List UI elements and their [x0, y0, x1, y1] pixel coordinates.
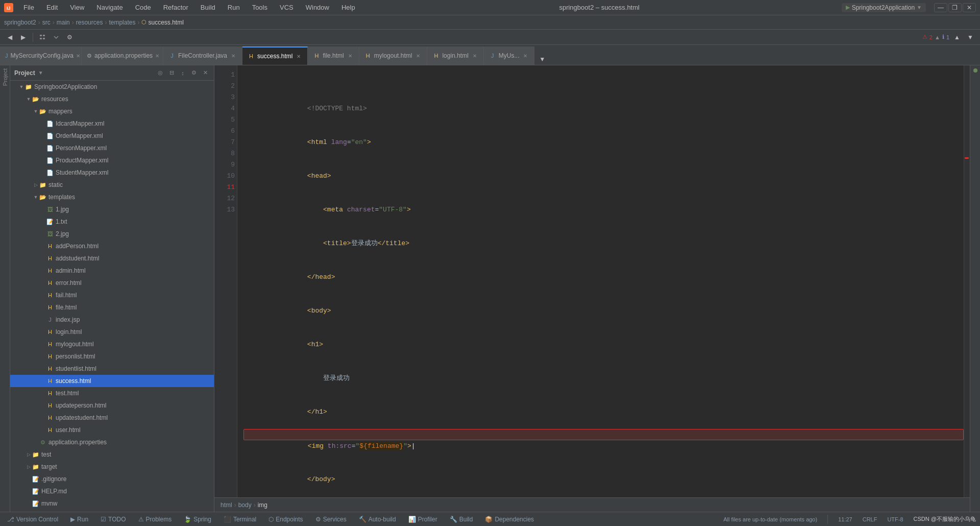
menu-run[interactable]: Run — [226, 3, 242, 12]
tab-myus[interactable]: J MyUs... ✕ — [484, 46, 535, 65]
menu-code[interactable]: Code — [133, 3, 153, 12]
tree-item-addstudent[interactable]: ▷ H addstudent.html — [10, 252, 214, 265]
menu-tools[interactable]: Tools — [250, 3, 270, 12]
tab-close-mysercurity[interactable]: ✕ — [76, 52, 80, 59]
tree-item-studentlist[interactable]: ▷ H studentlist.html — [10, 363, 214, 375]
bottom-bc-html[interactable]: html — [220, 501, 232, 509]
status-problems[interactable]: ⚠ Problems — [135, 515, 175, 524]
status-todo[interactable]: ☑ TODO — [97, 515, 129, 524]
tab-filecontroller[interactable]: J FileController.java ✕ — [163, 46, 242, 65]
status-dependencies[interactable]: 📦 Dependencies — [482, 515, 537, 524]
breadcrumb-project[interactable]: springboot2 — [4, 19, 36, 26]
tree-item-2jpg[interactable]: ▷ 🖼 2.jpg — [10, 228, 214, 240]
tab-close-filecontroller[interactable]: ✕ — [230, 52, 237, 59]
tabs-more-btn[interactable]: ▼ — [536, 54, 548, 65]
project-tool-btn[interactable]: Project — [1, 66, 9, 88]
menu-edit[interactable]: Edit — [44, 3, 60, 12]
toolbar-up-btn[interactable]: ▲ — [951, 32, 963, 43]
win-maximize-btn[interactable]: ❐ — [948, 3, 962, 12]
tab-mysercurity[interactable]: J MySercurityConfig.java ✕ — [0, 46, 82, 65]
tree-item-1txt[interactable]: ▷ 📝 1.txt — [10, 216, 214, 228]
menu-window[interactable]: Window — [304, 3, 331, 12]
tree-item-app-prop[interactable]: ▷ ⚙ application.properties — [10, 436, 214, 448]
menu-help[interactable]: Help — [339, 3, 357, 12]
tree-item-helpmd[interactable]: ▷ 📝 HELP.md — [10, 485, 214, 497]
status-encoding[interactable]: UTF-8 — [887, 516, 903, 522]
bottom-bc-body[interactable]: body — [238, 501, 252, 509]
menu-refactor[interactable]: Refactor — [161, 3, 190, 12]
tree-item-product[interactable]: ▷ 📄 ProductMapper.xml — [10, 154, 214, 166]
toolbar-forward-btn[interactable]: ▶ — [17, 32, 29, 43]
tree-item-addperson[interactable]: ▷ H addPerson.html — [10, 240, 214, 252]
tab-close-mylogout[interactable]: ✕ — [414, 52, 422, 59]
run-config-selector[interactable]: ▶ Springboot2Application ▼ — [842, 3, 926, 12]
toolbar-down-btn[interactable]: ▼ — [965, 32, 976, 43]
menu-navigate[interactable]: Navigate — [94, 3, 125, 12]
tree-item-success-html[interactable]: ▷ H success.html — [10, 375, 214, 387]
status-line-ending[interactable]: CRLF — [863, 516, 877, 522]
status-terminal[interactable]: ⬛ Terminal — [220, 515, 259, 524]
tree-item-person[interactable]: ▷ 📄 PersonMapper.xml — [10, 142, 214, 154]
breadcrumb-main[interactable]: main — [57, 19, 70, 26]
tab-close-myus[interactable]: ✕ — [522, 52, 529, 59]
tree-item-test-folder[interactable]: ▷ 📁 test — [10, 448, 214, 461]
breadcrumb-templates[interactable]: templates — [109, 19, 135, 26]
tree-item-indexjsp[interactable]: ▷ J index.jsp — [10, 314, 214, 326]
status-endpoints[interactable]: ⬡ Endpoints — [265, 515, 306, 524]
tree-item-error[interactable]: ▷ H error.html — [10, 277, 214, 289]
sidebar-hide-btn[interactable]: ✕ — [201, 68, 210, 78]
status-profiler[interactable]: 📊 Profiler — [405, 515, 440, 524]
tree-item-student-mapper[interactable]: ▷ 📄 StudentMapper.xml — [10, 166, 214, 179]
tree-item-personlist[interactable]: ▷ H personlist.html — [10, 350, 214, 363]
code-content[interactable]: <!DOCTYPE html> <html lang="en"> <head> … — [237, 65, 970, 497]
tree-item-mvnw[interactable]: ▷ 📝 mvnw — [10, 497, 214, 510]
tab-success[interactable]: H success.html ✕ — [242, 46, 308, 65]
tree-item-idcard[interactable]: ▷ 📄 IdcardMapper.xml — [10, 117, 214, 130]
status-build[interactable]: 🔧 Build — [447, 515, 476, 524]
tree-item-file-html[interactable]: ▷ H file.html — [10, 301, 214, 314]
win-close-btn[interactable]: ✕ — [963, 3, 976, 12]
tree-item-root[interactable]: ▼ 📁 Springboot2Application — [10, 81, 214, 93]
toolbar-structure-btn[interactable] — [37, 32, 48, 43]
tab-close-login[interactable]: ✕ — [471, 52, 478, 59]
toolbar-collapse-btn[interactable] — [51, 32, 62, 43]
status-services[interactable]: ⚙ Services — [312, 515, 350, 524]
menu-vcs[interactable]: VCS — [278, 3, 296, 12]
tab-login[interactable]: H login.html ✕ — [427, 46, 483, 65]
bottom-bc-img[interactable]: img — [258, 501, 267, 509]
breadcrumb-resources[interactable]: resources — [76, 19, 103, 26]
tree-item-test-html[interactable]: ▷ H test.html — [10, 387, 214, 399]
toolbar-back-btn[interactable]: ◀ — [4, 32, 15, 43]
win-minimize-btn[interactable]: — — [934, 3, 947, 12]
tree-item-templates[interactable]: ▼ 📂 templates — [10, 191, 214, 203]
tree-item-updateperson[interactable]: ▷ H updateperson.html — [10, 399, 214, 412]
tab-file[interactable]: H file.html ✕ — [308, 46, 359, 65]
status-auto-build[interactable]: 🔨 Auto-build — [356, 515, 399, 524]
sidebar-collapse-btn[interactable]: ⊟ — [167, 68, 176, 78]
tree-item-admin[interactable]: ▷ H admin.html — [10, 265, 214, 277]
tab-close-success[interactable]: ✕ — [295, 53, 302, 60]
breadcrumb-src[interactable]: src — [42, 19, 51, 26]
tree-item-order[interactable]: ▷ 📄 OrderMapper.xml — [10, 130, 214, 142]
status-spring[interactable]: 🍃 Spring — [181, 515, 214, 524]
tab-close-application[interactable]: ✕ — [155, 52, 159, 59]
tree-item-1jpg[interactable]: ▷ 🖼 1.jpg — [10, 203, 214, 216]
sidebar-sort-btn[interactable]: ↕ — [178, 68, 187, 78]
tree-item-mylogout-html[interactable]: ▷ H mylogout.html — [10, 338, 214, 350]
tree-item-updatestudent[interactable]: ▷ H updatestudent.html — [10, 412, 214, 424]
tree-item-fail[interactable]: ▷ H fail.html — [10, 289, 214, 301]
tree-item-user-html[interactable]: ▷ H user.html — [10, 424, 214, 436]
menu-file[interactable]: File — [21, 3, 36, 12]
tree-item-target[interactable]: ▷ 📁 target — [10, 461, 214, 473]
tab-mylogout[interactable]: H mylogout.html ✕ — [359, 46, 428, 65]
menu-view[interactable]: View — [68, 3, 86, 12]
sidebar-settings-btn[interactable]: ⚙ — [189, 68, 199, 78]
status-run[interactable]: ▶ Run — [67, 515, 91, 524]
tab-application[interactable]: ⚙ application.properties ✕ — [82, 46, 163, 65]
breadcrumb-file[interactable]: success.html — [148, 19, 183, 26]
toolbar-settings-btn[interactable]: ⚙ — [64, 32, 75, 43]
tab-close-file[interactable]: ✕ — [347, 52, 354, 59]
tree-item-login-html[interactable]: ▷ H login.html — [10, 326, 214, 338]
sidebar-dropdown[interactable]: ▼ — [38, 70, 43, 76]
error-count[interactable]: ⚠ 2 ▲ ℹ 1 — [922, 34, 949, 40]
